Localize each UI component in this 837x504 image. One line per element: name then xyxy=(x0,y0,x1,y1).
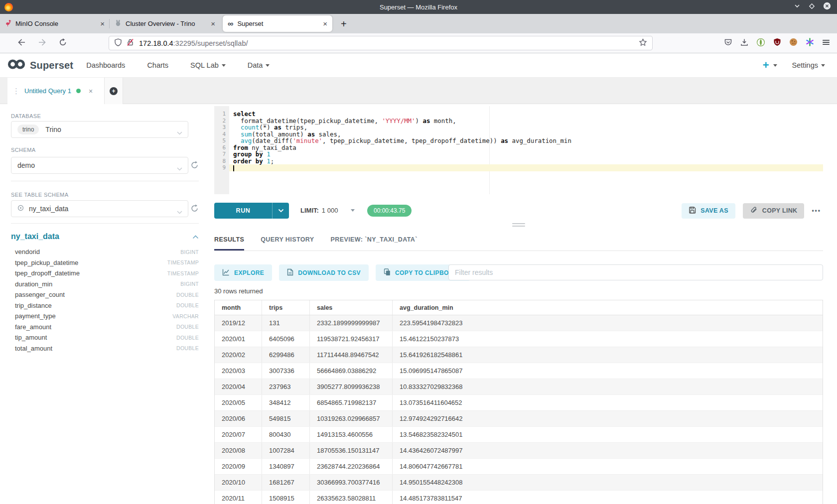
window-maximize-icon[interactable] xyxy=(809,2,815,11)
more-actions-button[interactable]: ••• xyxy=(812,207,821,214)
nav-item-data[interactable]: Data xyxy=(248,61,270,69)
back-icon[interactable] xyxy=(17,38,26,48)
brand-name[interactable]: Superset xyxy=(30,60,73,71)
database-select[interactable]: trino Trino xyxy=(11,121,188,138)
explore-button[interactable]: EXPLORE xyxy=(214,264,272,281)
code-line[interactable]: count(*) as trips, xyxy=(229,124,823,131)
extension-asterisk-icon[interactable] xyxy=(806,38,814,48)
cookie-icon[interactable] xyxy=(789,38,798,48)
tab-close-icon[interactable]: × xyxy=(211,20,215,27)
limit-dropdown[interactable]: LIMIT: 1 000 xyxy=(300,207,355,214)
nav-item-dashboards[interactable]: Dashboards xyxy=(86,61,125,69)
code-line[interactable]: order by 1; xyxy=(229,158,823,165)
column-header[interactable]: avg_duration_min xyxy=(393,300,823,315)
column-header[interactable]: month xyxy=(215,300,262,315)
window-close-icon[interactable] xyxy=(823,2,831,12)
code-line[interactable] xyxy=(229,164,823,171)
url-text[interactable]: 172.18.0.4:32295/superset/sqllab/ xyxy=(139,39,248,47)
menu-hamburger-icon[interactable] xyxy=(822,39,830,48)
code-line[interactable]: group by 1 xyxy=(229,151,823,158)
code-line[interactable]: format_datetime(tpep_pickup_datetime, 'Y… xyxy=(229,118,823,125)
chevron-down-icon xyxy=(266,64,270,67)
query-tab-close-icon[interactable]: × xyxy=(89,87,93,95)
add-new-button[interactable]: + xyxy=(763,60,769,71)
save-as-button[interactable]: SAVE AS xyxy=(682,203,735,219)
line-number: 7 xyxy=(214,151,229,158)
table-row[interactable]: 2020/03300733656664869.0388629215.096995… xyxy=(215,363,823,379)
schema-column-row[interactable]: vendoridBIGINT xyxy=(11,247,199,257)
sql-editor[interactable]: 123456789 select format_datetime(tpep_pi… xyxy=(214,106,823,194)
code-line[interactable]: sum(total_amount) as sales, xyxy=(229,131,823,138)
browser-tab-superset[interactable]: ∞ Superset × xyxy=(223,15,332,32)
table-row[interactable]: 2020/09134089723628744.22023686414.80604… xyxy=(215,459,823,475)
schema-column-row[interactable]: payment_typeVARCHAR xyxy=(11,311,199,322)
tab-preview-table[interactable]: PREVIEW: `NY_TAXI_DATA` xyxy=(331,232,418,251)
run-button[interactable]: RUN xyxy=(214,203,289,219)
code-line[interactable]: avg(date_diff('minute', tpep_pickup_date… xyxy=(229,137,823,144)
superset-infinity-logo[interactable] xyxy=(7,58,26,73)
code-line[interactable]: select xyxy=(229,111,823,118)
column-header[interactable]: trips xyxy=(262,300,310,315)
browser-tab-minio[interactable]: MinIO Console × xyxy=(0,14,110,33)
pocket-icon[interactable] xyxy=(724,38,732,48)
refresh-schemas-icon[interactable] xyxy=(190,161,199,169)
tab-close-icon[interactable]: × xyxy=(100,20,105,27)
schema-column-row[interactable]: tpep_pickup_datetimeTIMESTAMP xyxy=(11,257,199,268)
reload-icon[interactable] xyxy=(59,38,67,48)
line-number: 2 xyxy=(214,118,229,125)
tab-results[interactable]: RESULTS xyxy=(214,232,244,251)
ublock-origin-icon[interactable] xyxy=(773,38,781,48)
tab-label: MinIO Console xyxy=(15,20,96,27)
insecure-lock-icon[interactable] xyxy=(127,38,134,48)
table-cell: 14.950155448242308 xyxy=(393,475,823,490)
table-row[interactable]: 2019/121312332.1899999999987223.59541984… xyxy=(215,315,823,331)
tab-query-history[interactable]: QUERY HISTORY xyxy=(261,232,314,251)
new-tab-button[interactable]: + xyxy=(341,19,347,29)
schema-column-row[interactable]: trip_distanceDOUBLE xyxy=(11,300,199,311)
schema-column-row[interactable]: duration_minBIGINT xyxy=(11,279,199,290)
privacy-badger-icon[interactable] xyxy=(756,38,765,49)
table-select[interactable]: ny_taxi_data xyxy=(11,200,188,217)
nav-item-sql-lab[interactable]: SQL Lab xyxy=(190,61,226,69)
editor-code[interactable]: select format_datetime(tpep_pickup_datet… xyxy=(229,111,823,171)
table-row[interactable]: 2020/0654981510319263.02996685712.974924… xyxy=(215,411,823,427)
new-query-tab-button[interactable]: + xyxy=(105,78,123,104)
settings-menu[interactable]: Settings xyxy=(792,61,825,69)
query-tab-active[interactable]: ⋮ Untitled Query 1 × xyxy=(7,78,105,104)
table-row[interactable]: 2020/026299486117114448.8946754215.64192… xyxy=(215,347,823,363)
column-header[interactable]: sales xyxy=(310,300,393,315)
schema-column-row[interactable]: tip_amountDOUBLE xyxy=(11,332,199,343)
browser-tab-trino[interactable]: Cluster Overview - Trino × xyxy=(110,14,220,33)
download-csv-button[interactable]: DOWNLOAD TO CSV xyxy=(279,264,369,281)
tab-close-icon[interactable]: × xyxy=(323,20,327,27)
drag-handle-icon[interactable]: ⋮ xyxy=(12,87,20,96)
schema-select[interactable]: demo xyxy=(11,157,188,174)
refresh-tables-icon[interactable] xyxy=(190,204,199,213)
downloads-icon[interactable] xyxy=(740,38,748,48)
forward-icon[interactable] xyxy=(38,38,47,48)
table-row[interactable]: 2020/10168126730366993.70037741614.95015… xyxy=(215,475,823,491)
table-row[interactable]: 2020/11150891526335623.5802881114.485173… xyxy=(215,491,823,504)
window-minimize-icon[interactable] xyxy=(794,2,801,11)
filter-results-input[interactable] xyxy=(448,264,823,280)
copy-link-button[interactable]: COPY LINK xyxy=(743,203,805,219)
schema-column-row[interactable]: passenger_countDOUBLE xyxy=(11,289,199,300)
nav-item-charts[interactable]: Charts xyxy=(147,61,168,69)
run-options-split[interactable] xyxy=(272,203,289,219)
table-row[interactable]: 2020/016405096119538721.9245631715.46122… xyxy=(215,331,823,347)
table-row[interactable]: 2020/042379633905277.809993623810.833327… xyxy=(215,379,823,395)
code-line[interactable]: from ny_taxi_data xyxy=(229,144,823,151)
pane-resize-handle[interactable] xyxy=(512,223,525,228)
url-bar[interactable]: 172.18.0.4:32295/superset/sqllab/ xyxy=(109,36,653,50)
bookmark-star-icon[interactable] xyxy=(639,38,647,48)
schema-column-row[interactable]: fare_amountDOUBLE xyxy=(11,322,199,333)
schema-column-row[interactable]: tpep_dropoff_datetimeTIMESTAMP xyxy=(11,268,199,279)
table-row[interactable]: 2020/053484126854865.71998213713.0735164… xyxy=(215,395,823,411)
table-row[interactable]: 2020/08100728418705536.15013114714.43642… xyxy=(215,443,823,459)
schema-column-row[interactable]: total_amountDOUBLE xyxy=(11,343,199,354)
tracking-shield-icon[interactable] xyxy=(114,38,122,48)
results-tabbar: RESULTS QUERY HISTORY PREVIEW: `NY_TAXI_… xyxy=(214,232,823,251)
collapse-chevron-up-icon[interactable] xyxy=(192,232,199,241)
table-row[interactable]: 2020/0780043014913153.460055613.54682358… xyxy=(215,427,823,443)
table-title[interactable]: ny_taxi_data xyxy=(11,232,59,241)
